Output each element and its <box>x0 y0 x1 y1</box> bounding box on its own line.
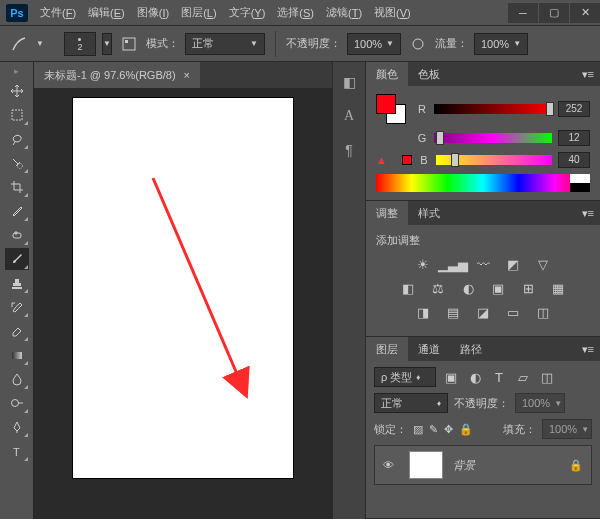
close-tab-icon[interactable]: × <box>184 69 190 81</box>
close-button[interactable]: ✕ <box>570 3 600 23</box>
layer-fill-field[interactable]: 100%▼ <box>542 419 592 439</box>
eyedropper-tool[interactable] <box>5 200 29 222</box>
g-slider[interactable] <box>434 133 552 143</box>
menu-image[interactable]: 图像(I) <box>131 0 175 26</box>
tab-layers[interactable]: 图层 <box>366 337 408 361</box>
r-value[interactable]: 252 <box>558 101 590 117</box>
lock-transparent-icon[interactable]: ▨ <box>413 423 423 436</box>
layer-opacity-field[interactable]: 100%▼ <box>515 393 565 413</box>
panel-menu-icon[interactable]: ▾≡ <box>576 68 600 81</box>
pen-tool[interactable] <box>5 416 29 438</box>
gradient-tool[interactable] <box>5 344 29 366</box>
svg-rect-3 <box>12 110 22 120</box>
invert-icon[interactable]: ◨ <box>414 304 432 320</box>
tab-swatches[interactable]: 色板 <box>408 62 450 86</box>
document-area: 未标题-1 @ 97.6%(RGB/8) × <box>34 62 332 519</box>
brush-preview[interactable]: 2 <box>64 32 96 56</box>
history-brush-tool[interactable] <box>5 296 29 318</box>
menu-view[interactable]: 视图(V) <box>368 0 417 26</box>
posterize-icon[interactable]: ▤ <box>444 304 462 320</box>
bw-icon[interactable]: ◐ <box>459 280 477 296</box>
gamut-warning-icon[interactable]: ▲ <box>376 154 387 166</box>
filter-adjust-icon[interactable]: ◐ <box>466 369 484 385</box>
brush-tool[interactable] <box>5 248 29 270</box>
blur-tool[interactable] <box>5 368 29 390</box>
menu-filter[interactable]: 滤镜(T) <box>320 0 368 26</box>
brush-dropdown[interactable]: ▼ <box>102 33 112 55</box>
layer-kind-select[interactable]: ρ 类型♦ <box>374 367 436 387</box>
paragraph-panel-icon[interactable]: ¶ <box>339 140 359 160</box>
fill-label: 填充： <box>503 422 536 437</box>
gradient-map-icon[interactable]: ▭ <box>504 304 522 320</box>
history-panel-icon[interactable]: ◧ <box>339 72 359 92</box>
brush-dot-icon <box>78 38 81 41</box>
foreground-color-swatch[interactable] <box>376 94 396 114</box>
canvas[interactable] <box>73 98 293 478</box>
levels-icon[interactable]: ▁▃▅ <box>444 256 462 272</box>
lock-all-icon[interactable]: 🔒 <box>459 423 473 436</box>
minimize-button[interactable]: ─ <box>508 3 538 23</box>
lock-position-icon[interactable]: ✥ <box>444 423 453 436</box>
blend-mode-select[interactable]: 正常▼ <box>185 33 265 55</box>
dodge-tool[interactable] <box>5 392 29 414</box>
tab-styles[interactable]: 样式 <box>408 201 450 225</box>
character-panel-icon[interactable]: A <box>339 106 359 126</box>
move-tool[interactable] <box>5 80 29 102</box>
lookup-icon[interactable]: ▦ <box>549 280 567 296</box>
tab-adjustments[interactable]: 调整 <box>366 201 408 225</box>
exposure-icon[interactable]: ◩ <box>504 256 522 272</box>
flow-field[interactable]: 100%▼ <box>474 33 528 55</box>
tool-preset-icon[interactable] <box>8 33 30 55</box>
toolbar-grip[interactable]: ▸ <box>14 66 19 76</box>
brush-panel-icon[interactable] <box>118 33 140 55</box>
layer-row[interactable]: 👁 背景 🔒 <box>374 445 592 485</box>
lasso-tool[interactable] <box>5 128 29 150</box>
fg-bg-swatch[interactable] <box>376 94 406 124</box>
g-value[interactable]: 12 <box>558 130 590 146</box>
tab-channels[interactable]: 通道 <box>408 337 450 361</box>
panel-menu-icon[interactable]: ▾≡ <box>576 207 600 220</box>
opacity-field[interactable]: 100%▼ <box>347 33 401 55</box>
document-tab[interactable]: 未标题-1 @ 97.6%(RGB/8) × <box>34 62 200 88</box>
filter-type-icon[interactable]: T <box>490 369 508 385</box>
filter-pixel-icon[interactable]: ▣ <box>442 369 460 385</box>
vibrance-icon[interactable]: ▽ <box>534 256 552 272</box>
curves-icon[interactable]: 〰 <box>474 256 492 272</box>
filter-smart-icon[interactable]: ◫ <box>538 369 556 385</box>
layer-thumbnail[interactable] <box>409 451 443 479</box>
menu-edit[interactable]: 编辑(E) <box>82 0 131 26</box>
b-slider[interactable] <box>436 155 552 165</box>
selective-color-icon[interactable]: ◫ <box>534 304 552 320</box>
type-tool[interactable]: T <box>5 440 29 462</box>
filter-shape-icon[interactable]: ▱ <box>514 369 532 385</box>
quick-select-tool[interactable] <box>5 152 29 174</box>
lock-paint-icon[interactable]: ✎ <box>429 423 438 436</box>
color-balance-icon[interactable]: ⚖ <box>429 280 447 296</box>
maximize-button[interactable]: ▢ <box>539 3 569 23</box>
healing-tool[interactable] <box>5 224 29 246</box>
brightness-icon[interactable]: ☀ <box>414 256 432 272</box>
b-value[interactable]: 40 <box>558 152 590 168</box>
tab-paths[interactable]: 路径 <box>450 337 492 361</box>
layer-blend-select[interactable]: 正常♦ <box>374 393 448 413</box>
layer-opacity-label: 不透明度： <box>454 396 509 411</box>
menu-layer[interactable]: 图层(L) <box>175 0 222 26</box>
marquee-tool[interactable] <box>5 104 29 126</box>
visibility-icon[interactable]: 👁 <box>383 459 399 471</box>
photo-filter-icon[interactable]: ▣ <box>489 280 507 296</box>
hue-sat-icon[interactable]: ◧ <box>399 280 417 296</box>
crop-tool[interactable] <box>5 176 29 198</box>
tab-color[interactable]: 颜色 <box>366 62 408 86</box>
panel-menu-icon[interactable]: ▾≡ <box>576 343 600 356</box>
stamp-tool[interactable] <box>5 272 29 294</box>
menu-select[interactable]: 选择(S) <box>271 0 320 26</box>
layer-name[interactable]: 背景 <box>453 458 475 473</box>
eraser-tool[interactable] <box>5 320 29 342</box>
threshold-icon[interactable]: ◪ <box>474 304 492 320</box>
pressure-opacity-icon[interactable] <box>407 33 429 55</box>
menu-file[interactable]: 文件(F) <box>34 0 82 26</box>
r-slider[interactable] <box>434 104 552 114</box>
channel-mixer-icon[interactable]: ⊞ <box>519 280 537 296</box>
color-spectrum[interactable] <box>376 174 590 192</box>
menu-type[interactable]: 文字(Y) <box>223 0 272 26</box>
